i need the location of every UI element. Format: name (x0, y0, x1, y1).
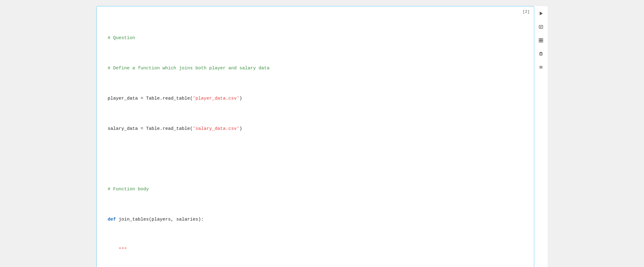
notebook-container: [2] # Question # Define a function which… (96, 6, 548, 267)
svg-rect-8 (540, 53, 542, 55)
code-string: 'salary_data.csv' (193, 126, 239, 131)
keyword-def: def (108, 217, 116, 222)
menu-icon[interactable] (537, 63, 545, 71)
code-line-1: # Question (108, 35, 528, 42)
grid-icon[interactable] (537, 36, 545, 45)
code-normal: ) (239, 126, 242, 131)
svg-rect-7 (541, 41, 543, 42)
svg-rect-5 (541, 38, 543, 40)
sidebar (534, 6, 548, 267)
svg-rect-6 (539, 41, 541, 42)
run-icon[interactable] (537, 9, 545, 18)
code-line-7: """ (108, 246, 528, 254)
delete-icon[interactable] (537, 49, 545, 58)
output-icon[interactable] (537, 23, 545, 31)
svg-marker-0 (540, 12, 543, 15)
code-line-blank1 (108, 155, 528, 163)
code-line-2: # Define a function which joins both pla… (108, 65, 528, 72)
code-line-5: # Function body (108, 186, 528, 193)
code-string: 'player_data.csv' (193, 96, 239, 101)
code-line-3: player_data = Table.read_table('player_d… (108, 95, 528, 103)
code-normal: join_tables(players, salaries): (116, 217, 204, 222)
cell-number: [2] (523, 9, 530, 14)
code-line-6: def join_tables(players, salaries): (108, 216, 528, 224)
cell-content: # Question # Define a function which joi… (97, 6, 534, 267)
svg-rect-4 (539, 38, 541, 40)
svg-rect-1 (539, 25, 543, 28)
code-block: # Question # Define a function which joi… (108, 12, 528, 267)
code-normal: salary_data = Table.read_table( (108, 126, 193, 131)
code-normal: ) (239, 96, 242, 101)
code-normal: player_data = Table.read_table( (108, 96, 193, 101)
code-cell: [2] # Question # Define a function which… (96, 6, 534, 267)
code-line-4: salary_data = Table.read_table('salary_d… (108, 125, 528, 133)
